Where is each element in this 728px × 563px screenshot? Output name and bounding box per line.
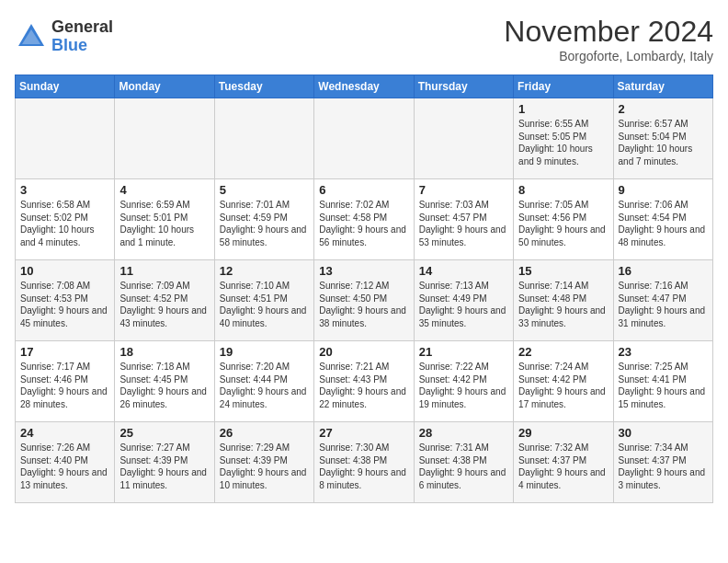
day-info: Sunrise: 7:09 AM Sunset: 4:52 PM Dayligh…: [119, 280, 209, 329]
day-info: Sunrise: 7:08 AM Sunset: 4:53 PM Dayligh…: [20, 280, 109, 329]
day-info: Sunrise: 7:05 AM Sunset: 4:56 PM Dayligh…: [518, 199, 608, 248]
page-header: General Blue November 2024 Borgoforte, L…: [15, 15, 713, 63]
calendar-cell: [414, 98, 513, 179]
calendar-cell: 14Sunrise: 7:13 AM Sunset: 4:49 PM Dayli…: [414, 260, 513, 341]
day-info: Sunrise: 7:26 AM Sunset: 4:40 PM Dayligh…: [20, 442, 109, 491]
day-number: 24: [20, 426, 109, 440]
calendar-cell: 30Sunrise: 7:34 AM Sunset: 4:37 PM Dayli…: [613, 422, 712, 503]
calendar-table: SundayMondayTuesdayWednesdayThursdayFrid…: [15, 75, 713, 503]
day-number: 18: [119, 345, 209, 359]
location: Borgoforte, Lombardy, Italy: [504, 49, 713, 63]
day-info: Sunrise: 7:32 AM Sunset: 4:37 PM Dayligh…: [518, 442, 608, 491]
day-number: 7: [419, 183, 508, 197]
day-number: 19: [220, 345, 309, 359]
calendar-cell: [115, 98, 214, 179]
month-title: November 2024: [504, 15, 713, 49]
calendar-cell: 2Sunrise: 6:57 AM Sunset: 5:04 PM Daylig…: [613, 98, 712, 179]
calendar-week: 24Sunrise: 7:26 AM Sunset: 4:40 PM Dayli…: [16, 422, 713, 503]
day-number: 17: [20, 345, 109, 359]
calendar-cell: 28Sunrise: 7:31 AM Sunset: 4:38 PM Dayli…: [414, 422, 513, 503]
day-number: 14: [419, 264, 508, 278]
calendar-cell: 11Sunrise: 7:09 AM Sunset: 4:52 PM Dayli…: [115, 260, 214, 341]
day-info: Sunrise: 6:58 AM Sunset: 5:02 PM Dayligh…: [20, 199, 109, 248]
calendar-cell: 12Sunrise: 7:10 AM Sunset: 4:51 PM Dayli…: [214, 260, 313, 341]
calendar-cell: 22Sunrise: 7:24 AM Sunset: 4:42 PM Dayli…: [514, 341, 613, 422]
header-row: SundayMondayTuesdayWednesdayThursdayFrid…: [16, 75, 713, 98]
title-section: November 2024 Borgoforte, Lombardy, Ital…: [504, 15, 713, 63]
day-info: Sunrise: 7:10 AM Sunset: 4:51 PM Dayligh…: [220, 280, 309, 329]
calendar-cell: 6Sunrise: 7:02 AM Sunset: 4:58 PM Daylig…: [314, 179, 414, 260]
calendar-cell: [314, 98, 414, 179]
day-number: 11: [119, 264, 209, 278]
calendar-header: SundayMondayTuesdayWednesdayThursdayFrid…: [16, 75, 713, 98]
calendar-cell: 26Sunrise: 7:29 AM Sunset: 4:39 PM Dayli…: [214, 422, 313, 503]
logo-text: General Blue: [51, 18, 113, 55]
day-info: Sunrise: 7:30 AM Sunset: 4:38 PM Dayligh…: [319, 442, 408, 491]
header-day: Sunday: [16, 75, 115, 98]
day-number: 29: [518, 426, 608, 440]
header-day: Thursday: [414, 75, 513, 98]
day-number: 6: [319, 183, 408, 197]
day-info: Sunrise: 7:14 AM Sunset: 4:48 PM Dayligh…: [518, 280, 608, 329]
calendar-cell: 27Sunrise: 7:30 AM Sunset: 4:38 PM Dayli…: [314, 422, 414, 503]
calendar-cell: 24Sunrise: 7:26 AM Sunset: 4:40 PM Dayli…: [16, 422, 115, 503]
day-info: Sunrise: 7:17 AM Sunset: 4:46 PM Dayligh…: [20, 361, 109, 410]
header-day: Monday: [115, 75, 214, 98]
header-day: Tuesday: [214, 75, 313, 98]
header-day: Wednesday: [314, 75, 414, 98]
day-info: Sunrise: 7:25 AM Sunset: 4:41 PM Dayligh…: [619, 361, 708, 410]
day-number: 28: [419, 426, 508, 440]
day-number: 23: [619, 345, 708, 359]
day-info: Sunrise: 7:16 AM Sunset: 4:47 PM Dayligh…: [619, 280, 708, 329]
header-day: Friday: [514, 75, 613, 98]
day-number: 1: [518, 102, 608, 116]
day-info: Sunrise: 7:03 AM Sunset: 4:57 PM Dayligh…: [419, 199, 508, 248]
day-info: Sunrise: 7:29 AM Sunset: 4:39 PM Dayligh…: [220, 442, 309, 491]
calendar-cell: 13Sunrise: 7:12 AM Sunset: 4:50 PM Dayli…: [314, 260, 414, 341]
calendar-body: 1Sunrise: 6:55 AM Sunset: 5:05 PM Daylig…: [16, 98, 713, 503]
calendar-cell: 18Sunrise: 7:18 AM Sunset: 4:45 PM Dayli…: [115, 341, 214, 422]
calendar-cell: 21Sunrise: 7:22 AM Sunset: 4:42 PM Dayli…: [414, 341, 513, 422]
logo: General Blue: [15, 18, 113, 55]
calendar-cell: 8Sunrise: 7:05 AM Sunset: 4:56 PM Daylig…: [514, 179, 613, 260]
day-info: Sunrise: 6:57 AM Sunset: 5:04 PM Dayligh…: [619, 118, 708, 167]
logo-general: General: [51, 18, 113, 37]
day-number: 8: [518, 183, 608, 197]
header-day: Saturday: [613, 75, 712, 98]
day-number: 26: [220, 426, 309, 440]
day-info: Sunrise: 7:20 AM Sunset: 4:44 PM Dayligh…: [220, 361, 309, 410]
day-number: 4: [119, 183, 209, 197]
day-info: Sunrise: 6:55 AM Sunset: 5:05 PM Dayligh…: [518, 118, 608, 167]
calendar-week: 10Sunrise: 7:08 AM Sunset: 4:53 PM Dayli…: [16, 260, 713, 341]
calendar-cell: 9Sunrise: 7:06 AM Sunset: 4:54 PM Daylig…: [613, 179, 712, 260]
day-number: 25: [119, 426, 209, 440]
day-number: 15: [518, 264, 608, 278]
logo-icon: [15, 20, 48, 53]
day-number: 9: [619, 183, 708, 197]
day-number: 12: [220, 264, 309, 278]
calendar-cell: 16Sunrise: 7:16 AM Sunset: 4:47 PM Dayli…: [613, 260, 712, 341]
day-number: 3: [20, 183, 109, 197]
calendar-cell: 4Sunrise: 6:59 AM Sunset: 5:01 PM Daylig…: [115, 179, 214, 260]
calendar-cell: 20Sunrise: 7:21 AM Sunset: 4:43 PM Dayli…: [314, 341, 414, 422]
day-info: Sunrise: 7:18 AM Sunset: 4:45 PM Dayligh…: [119, 361, 209, 410]
day-number: 21: [419, 345, 508, 359]
calendar-cell: 23Sunrise: 7:25 AM Sunset: 4:41 PM Dayli…: [613, 341, 712, 422]
day-number: 5: [220, 183, 309, 197]
calendar-cell: 5Sunrise: 7:01 AM Sunset: 4:59 PM Daylig…: [214, 179, 313, 260]
calendar-cell: 19Sunrise: 7:20 AM Sunset: 4:44 PM Dayli…: [214, 341, 313, 422]
calendar-cell: 1Sunrise: 6:55 AM Sunset: 5:05 PM Daylig…: [514, 98, 613, 179]
calendar-week: 1Sunrise: 6:55 AM Sunset: 5:05 PM Daylig…: [16, 98, 713, 179]
day-info: Sunrise: 7:31 AM Sunset: 4:38 PM Dayligh…: [419, 442, 508, 491]
day-info: Sunrise: 7:02 AM Sunset: 4:58 PM Dayligh…: [319, 199, 408, 248]
calendar-cell: 17Sunrise: 7:17 AM Sunset: 4:46 PM Dayli…: [16, 341, 115, 422]
day-info: Sunrise: 7:13 AM Sunset: 4:49 PM Dayligh…: [419, 280, 508, 329]
day-number: 10: [20, 264, 109, 278]
day-info: Sunrise: 7:22 AM Sunset: 4:42 PM Dayligh…: [419, 361, 508, 410]
day-info: Sunrise: 7:34 AM Sunset: 4:37 PM Dayligh…: [619, 442, 708, 491]
day-number: 30: [619, 426, 708, 440]
day-number: 27: [319, 426, 408, 440]
day-info: Sunrise: 7:06 AM Sunset: 4:54 PM Dayligh…: [619, 199, 708, 248]
day-number: 13: [319, 264, 408, 278]
calendar-cell: 29Sunrise: 7:32 AM Sunset: 4:37 PM Dayli…: [514, 422, 613, 503]
